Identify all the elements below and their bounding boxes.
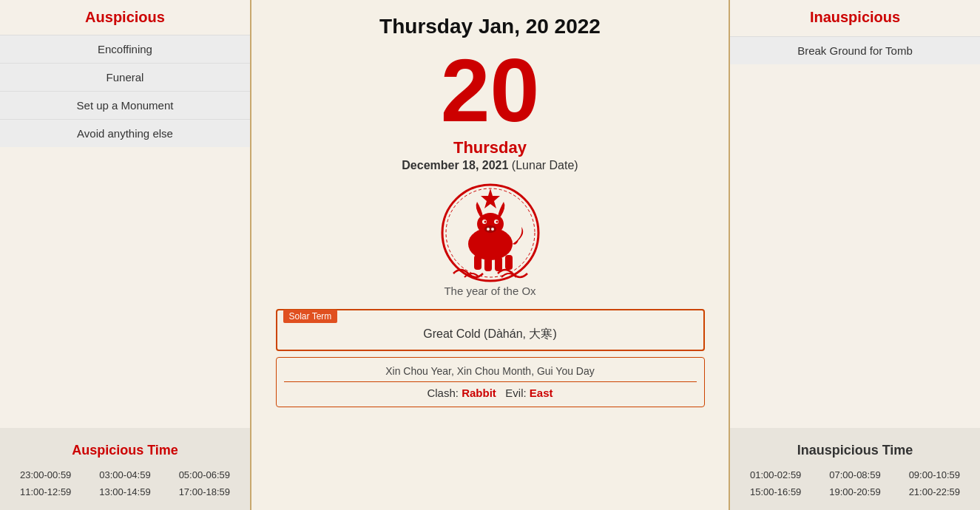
svg-rect-12	[484, 256, 492, 271]
clash-label: Clash:	[427, 387, 459, 399]
time-slot: 01:00-02:59	[736, 467, 815, 483]
svg-point-7	[496, 221, 498, 223]
list-item: Encoffining	[0, 35, 250, 63]
year-of-label: The year of the Ox	[444, 285, 535, 297]
svg-point-8	[484, 225, 496, 233]
time-slot: 09:00-10:59	[895, 467, 974, 483]
svg-point-10	[491, 228, 494, 231]
main-title: Thursday Jan, 20 2022	[379, 15, 601, 38]
list-item: Set up a Monument	[0, 91, 250, 119]
auspicious-time-section: Auspicious Time 23:00-00:59 03:00-04:59 …	[0, 428, 250, 510]
svg-rect-11	[474, 255, 481, 270]
lunar-date-suffix: (Lunar Date)	[512, 159, 578, 171]
clash-info: Clash: Rabbit Evil: East	[284, 387, 697, 399]
list-item: Break Ground for Tomb	[730, 36, 980, 64]
svg-point-9	[487, 228, 490, 231]
inauspicious-title: Inauspicious	[730, 0, 980, 35]
time-slot: 17:00-18:59	[165, 484, 244, 500]
evil-value: East	[530, 387, 553, 399]
day-number: 20	[441, 46, 539, 135]
left-panel: Auspicious Encoffining Funeral Set up a …	[0, 0, 251, 510]
inauspicious-time-grid: 01:00-02:59 07:00-08:59 09:00-10:59 15:0…	[730, 464, 980, 503]
time-slot: 13:00-14:59	[85, 484, 164, 500]
svg-point-6	[484, 221, 486, 223]
lunar-date-value: December 18, 2021	[402, 159, 508, 171]
evil-label: Evil:	[505, 387, 526, 399]
auspicious-section: Auspicious Encoffining Funeral Set up a …	[0, 0, 250, 428]
year-info: Xin Chou Year, Xin Chou Month, Gui You D…	[284, 365, 697, 382]
list-item: Funeral	[0, 63, 250, 91]
svg-marker-15	[481, 188, 500, 208]
year-info-box: Xin Chou Year, Xin Chou Month, Gui You D…	[276, 357, 705, 407]
lunar-date: December 18, 2021 (Lunar Date)	[402, 159, 578, 172]
time-slot: 15:00-16:59	[736, 484, 815, 500]
ox-illustration	[439, 181, 542, 285]
time-slot: 21:00-22:59	[895, 484, 974, 500]
solar-term-content: Great Cold (Dàhán, 大寒)	[277, 310, 703, 350]
svg-rect-14	[505, 255, 513, 270]
time-slot: 19:00-20:59	[815, 484, 894, 500]
right-panel: Inauspicious Break Ground for Tomb Inaus…	[729, 0, 980, 510]
time-slot: 23:00-00:59	[6, 467, 85, 483]
svg-rect-13	[495, 256, 502, 271]
auspicious-time-title: Auspicious Time	[0, 435, 250, 464]
weekday-label: Thursday	[453, 138, 527, 157]
solar-term-box: Solar Term Great Cold (Dàhán, 大寒)	[276, 309, 705, 351]
time-slot: 05:00-06:59	[165, 467, 244, 483]
auspicious-title: Auspicious	[0, 0, 250, 35]
inauspicious-time-title: Inauspicious Time	[730, 435, 980, 464]
inauspicious-time-section: Inauspicious Time 01:00-02:59 07:00-08:5…	[730, 428, 980, 510]
time-slot: 03:00-04:59	[85, 467, 164, 483]
time-slot: 07:00-08:59	[815, 467, 894, 483]
time-slot: 11:00-12:59	[6, 484, 85, 500]
inauspicious-section: Inauspicious Break Ground for Tomb	[730, 0, 980, 428]
solar-term-badge: Solar Term	[283, 310, 338, 323]
list-item: Avoid anything else	[0, 119, 250, 147]
auspicious-time-grid: 23:00-00:59 03:00-04:59 05:00-06:59 11:0…	[0, 464, 250, 503]
clash-value: Rabbit	[462, 387, 496, 399]
center-panel: Thursday Jan, 20 2022 20 Thursday Decemb…	[251, 0, 729, 510]
